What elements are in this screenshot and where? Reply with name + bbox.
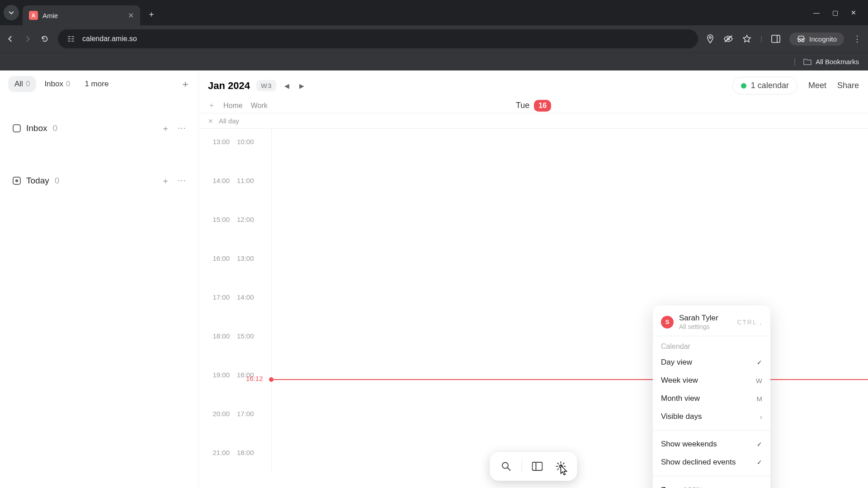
browser-tab[interactable]: A Amie ✕ [23, 5, 140, 25]
window-controls: — ▢ ✕ [813, 9, 864, 16]
toggle-sidebar-button[interactable] [528, 456, 547, 476]
tab-count: 0 [26, 80, 30, 89]
time-row: 17:0014:00 [207, 293, 868, 301]
svg-point-18 [559, 465, 562, 468]
tab-label: 1 more [85, 80, 108, 89]
all-day-label: All day [219, 117, 239, 125]
browser-menu-icon[interactable]: ⋮ [853, 34, 862, 44]
zoom-in-button[interactable]: ＋ [755, 485, 762, 488]
search-button[interactable] [496, 456, 516, 476]
tab-search-button[interactable] [4, 5, 19, 20]
svg-point-11 [798, 40, 801, 42]
sidepanel-icon[interactable] [771, 35, 780, 43]
next-button[interactable]: ▶ [297, 80, 306, 91]
zoom-row: Zoom 100% − ＋ [653, 481, 770, 488]
svg-point-12 [802, 40, 804, 42]
svg-rect-0 [68, 36, 71, 37]
week-badge: W3 [256, 80, 277, 91]
svg-rect-16 [533, 462, 542, 470]
more-icon[interactable]: ⋯ [178, 175, 186, 186]
floating-toolbar [490, 452, 577, 481]
tab-label: All [14, 80, 23, 89]
prev-button[interactable]: ◀ [283, 80, 291, 91]
all-bookmarks-button[interactable]: All Bookmarks [816, 58, 859, 66]
time-row: 15:0012:00 [207, 216, 868, 223]
shortcut-label: CTRL , [737, 319, 762, 326]
search-icon [501, 461, 511, 471]
calendar-main: Jan 2024 W3 ◀ ▶ 1 calendar Meet Share ＋ … [199, 70, 868, 488]
menu-section-label: Calendar [653, 341, 770, 353]
sidebar-item-today[interactable]: Today 0 ＋ ⋯ [8, 163, 190, 190]
calendar-header: Jan 2024 W3 ◀ ▶ 1 calendar Meet Share [199, 70, 868, 99]
day-number-badge: 16 [534, 100, 551, 112]
calendar-count-label: 1 calendar [751, 81, 789, 90]
sidebar: All 0 Inbox 0 1 more ＋ Inbox 0 ＋ ⋯ Today [0, 70, 199, 488]
svg-rect-2 [68, 38, 71, 39]
svg-line-15 [508, 468, 510, 470]
menu-toggle[interactable]: Show weekends✓ [653, 435, 770, 453]
time-row: 13:0010:00 [207, 138, 868, 145]
url-text: calendar.amie.so [82, 35, 137, 43]
sidebar-tab-inbox[interactable]: Inbox 0 [38, 76, 76, 92]
settings-button[interactable] [551, 456, 571, 476]
svg-rect-9 [772, 35, 780, 42]
svg-rect-1 [71, 36, 74, 37]
month-label: Jan 2024 [208, 80, 250, 92]
incognito-badge[interactable]: Incognito [789, 33, 844, 46]
new-tab-button[interactable]: ＋ [147, 9, 156, 19]
more-icon[interactable]: ⋯ [178, 123, 186, 134]
meet-button[interactable]: Meet [808, 81, 826, 90]
list-label: Inbox [26, 123, 47, 133]
list-count: 0 [52, 123, 57, 133]
eye-off-icon[interactable] [723, 35, 733, 43]
tab-title: Amie [42, 12, 119, 19]
tz-tab-home[interactable]: Home [223, 102, 243, 110]
star-icon[interactable] [742, 34, 751, 43]
reload-icon[interactable] [41, 35, 50, 43]
forward-icon[interactable] [24, 35, 33, 43]
menu-item[interactable]: Week viewW [653, 371, 770, 389]
svg-rect-3 [71, 38, 74, 39]
chevron-down-icon [9, 10, 14, 15]
add-timezone-button[interactable]: ＋ [208, 101, 215, 110]
all-day-row[interactable]: ✕ All day [199, 113, 868, 129]
maximize-icon[interactable]: ▢ [832, 9, 838, 16]
divider [653, 336, 770, 336]
close-window-icon[interactable]: ✕ [851, 9, 856, 16]
location-icon[interactable] [706, 34, 714, 43]
tz-tab-work[interactable]: Work [251, 102, 268, 110]
day-name: Tue [516, 101, 529, 110]
sidebar-item-inbox[interactable]: Inbox 0 ＋ ⋯ [8, 110, 190, 137]
sidebar-tab-more[interactable]: 1 more [78, 76, 115, 92]
zoom-out-button[interactable]: − [743, 485, 747, 488]
settings-menu: S Sarah Tyler All settings CTRL , Calend… [653, 305, 770, 488]
site-settings-icon[interactable] [67, 35, 75, 43]
menu-item[interactable]: Visible days› [653, 408, 770, 426]
address-bar[interactable]: calendar.amie.so [58, 29, 698, 48]
settings-user-row[interactable]: S Sarah Tyler All settings CTRL , [653, 311, 770, 331]
calendar-count-pill[interactable]: 1 calendar [732, 77, 797, 94]
browser-tab-strip: A Amie ✕ ＋ — ▢ ✕ [0, 0, 868, 25]
collapse-icon[interactable]: ✕ [208, 117, 213, 125]
today-icon [13, 177, 21, 185]
gear-icon [556, 461, 566, 472]
incognito-label: Incognito [809, 35, 837, 43]
close-icon[interactable]: ✕ [128, 11, 134, 20]
share-button[interactable]: Share [837, 81, 859, 90]
back-icon[interactable] [6, 35, 15, 43]
time-row: 16:0013:00 [207, 254, 868, 262]
list-label: Today [26, 176, 49, 186]
sidebar-tab-all[interactable]: All 0 [8, 76, 36, 92]
menu-item[interactable]: Day view✓ [653, 353, 770, 371]
menu-toggle[interactable]: Show declined events✓ [653, 453, 770, 471]
zoom-label: Zoom [661, 486, 680, 488]
svg-point-6 [709, 37, 711, 38]
add-list-button[interactable]: ＋ [180, 77, 190, 91]
menu-item[interactable]: Month viewM [653, 389, 770, 408]
add-task-icon[interactable]: ＋ [161, 175, 170, 186]
minimize-icon[interactable]: — [813, 9, 820, 16]
zoom-value: 100% [683, 486, 703, 488]
add-task-icon[interactable]: ＋ [161, 123, 170, 134]
calendar-subheader: ＋ Home Work Tue 16 [199, 99, 868, 113]
user-subtitle: All settings [679, 323, 718, 330]
